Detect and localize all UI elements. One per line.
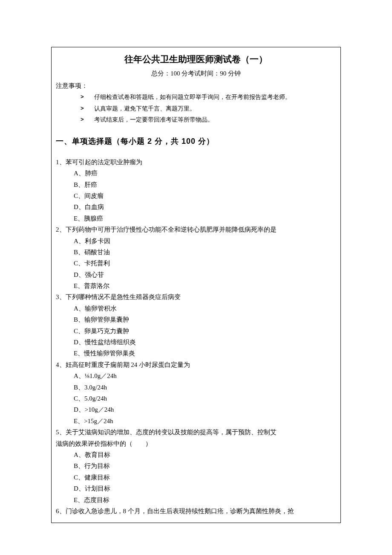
notice-text: 认真审题，避免下笔千言、离题万里。 bbox=[94, 103, 196, 115]
notice-item: > 认真审题，避免下笔千言、离题万里。 bbox=[81, 103, 336, 115]
notice-text: 仔细检查试卷和答题纸，如有问题立即举手询问，在开考前报告监考老师。 bbox=[94, 92, 291, 103]
exam-subtitle: 总分：100 分考试时间：90 分钟 bbox=[56, 70, 336, 78]
question-option: D、计划目标 bbox=[74, 483, 336, 494]
question-option: D、白血病 bbox=[74, 201, 336, 212]
section-heading: 一、单项选择题（每小题 2 分，共 100 分） bbox=[56, 136, 336, 146]
question-option: B、行为目标 bbox=[74, 460, 336, 471]
question-stem-cont: 滋病的效果评价指标中的（ ） bbox=[56, 438, 336, 449]
question-stem: 1、苯可引起的法定职业肿瘤为 bbox=[56, 157, 336, 168]
question-option: E、胰腺癌 bbox=[74, 213, 336, 224]
exam-title: 往年公共卫生助理医师测试卷（一） bbox=[56, 53, 336, 65]
notice-item: > 考试结束后，一定要带回准考证等所带物品。 bbox=[81, 114, 336, 126]
question-option: A、利多卡因 bbox=[74, 235, 336, 247]
notice-label: 注意事项： bbox=[56, 82, 336, 90]
question-option: D、强心苷 bbox=[74, 269, 336, 280]
question-stem: 3、下列哪种情况不是急性生殖器炎症后病变 bbox=[56, 291, 336, 302]
question-stem: 6、门诊收入急诊患儿，8 个月，自出生后表现持续性鹅口疮，诊断为真菌性肺炎，抢 bbox=[56, 506, 336, 517]
question-option: A、输卵管积水 bbox=[74, 303, 336, 314]
questions-container: 1、苯可引起的法定职业肿瘤为 A、肺癌 B、肝癌 C、间皮瘤 D、白血病 E、胰… bbox=[56, 157, 336, 517]
question-option: E、>15g／24h bbox=[74, 416, 336, 427]
question-option: A、肺癌 bbox=[74, 168, 336, 179]
question-option: D、慢性盆结缔组织炎 bbox=[74, 337, 336, 348]
notice-list: > 仔细检查试卷和答题纸，如有问题立即举手询问，在开考前报告监考老师。 > 认真… bbox=[81, 92, 336, 126]
notice-text: 考试结束后，一定要带回准考证等所带物品。 bbox=[94, 114, 213, 126]
question-option: E、慢性输卵管卵巢炎 bbox=[74, 348, 336, 359]
question-option: B、输卵管卵巢囊肿 bbox=[74, 314, 336, 325]
question-option: E、普萘洛尔 bbox=[74, 280, 336, 291]
notice-item: > 仔细检查试卷和答题纸，如有问题立即举手询问，在开考前报告监考老师。 bbox=[81, 92, 336, 103]
question-stem: 2、下列药物中可用于治疗慢性心功能不全和逆转心肌肥厚并能降低病死率的是 bbox=[56, 224, 336, 235]
question-option: B、硝酸甘油 bbox=[74, 247, 336, 258]
page-frame: 往年公共卫生助理医师测试卷（一） 总分：100 分考试时间：90 分钟 注意事项… bbox=[51, 47, 341, 523]
question-option: D、>10g／24h bbox=[74, 404, 336, 415]
question-option: C、卡托普利 bbox=[74, 258, 336, 269]
question-stem: 5、关于艾滋病知识的增加、态度的转变以及技能的提高等，属于预防、控制艾 bbox=[56, 427, 336, 438]
question-option: C、5.0g/24h bbox=[74, 393, 336, 404]
question-stem: 4、妊高征时重度子痫前期 24 小时尿蛋白定量为 bbox=[56, 359, 336, 370]
question-option: C、卵巢巧克力囊肿 bbox=[74, 325, 336, 337]
question-option: B、肝癌 bbox=[74, 179, 336, 190]
question-option: C、健康目标 bbox=[74, 472, 336, 483]
question-option: B、3.0g/24h bbox=[74, 382, 336, 393]
chevron-icon: > bbox=[81, 114, 84, 125]
chevron-icon: > bbox=[81, 103, 84, 114]
chevron-icon: > bbox=[81, 92, 84, 102]
question-option: E、态度目标 bbox=[74, 494, 336, 506]
question-option: A、⅛1.0g／24h bbox=[74, 370, 336, 381]
question-option: C、间皮瘤 bbox=[74, 190, 336, 201]
question-option: A、教育目标 bbox=[74, 449, 336, 460]
